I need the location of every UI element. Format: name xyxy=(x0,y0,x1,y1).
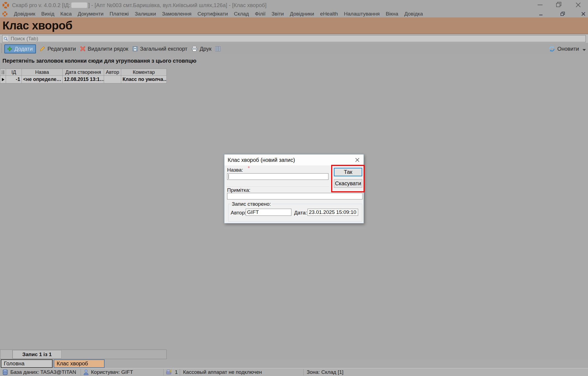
column-chooser-button[interactable] xyxy=(213,45,223,53)
print-button-label: Друк xyxy=(200,46,211,52)
ok-button-label: Так xyxy=(344,169,352,175)
created-groupbox: Запис створено: Автор: Дата: xyxy=(228,204,362,222)
dialog-close-button[interactable] xyxy=(353,156,361,164)
row-indicator-cell xyxy=(0,76,6,83)
required-asterisk: * xyxy=(248,165,250,171)
ok-button[interactable]: Так xyxy=(334,168,362,176)
cash-count-label: 1 xyxy=(175,369,178,375)
record-navigator-buttons[interactable] xyxy=(0,350,13,359)
red-x-icon xyxy=(80,46,86,52)
window-title-suffix: ] - [Апт №003 смт.Баришівка, вул.Київськ… xyxy=(88,2,267,8)
print-button[interactable]: Друк xyxy=(189,45,213,53)
refresh-button-label: Оновити xyxy=(557,46,579,52)
toolbar-grip[interactable] xyxy=(1,44,3,53)
new-record-dialog: Клас хвороб (новий запис) Назва: * Примі… xyxy=(224,154,364,223)
mdi-close-button[interactable] xyxy=(580,11,587,17)
cell-comment[interactable]: Класс по умолча… xyxy=(121,76,167,83)
column-header-id[interactable]: ІД xyxy=(6,69,22,76)
page-title: Клас хвороб xyxy=(2,19,72,32)
menu-platezhi[interactable]: Платежі xyxy=(106,11,132,17)
statusbar-zone: Зона: Склад [1] xyxy=(307,368,343,376)
plus-icon xyxy=(7,46,13,52)
cell-created[interactable]: 12.08.2015 13:1… xyxy=(63,76,104,83)
statusbar-separator xyxy=(180,369,180,375)
statusbar-cash-status: Кассовый аппарат не подключен xyxy=(183,368,262,376)
statusbar: База даних: TASA3@TITAN Користувач: GIFT… xyxy=(0,368,588,376)
cancel-button-label: Скасувати xyxy=(335,180,361,187)
note-field[interactable] xyxy=(227,193,362,199)
menu-kasa[interactable]: Каса xyxy=(57,11,75,17)
window-title: Скарб pro v. 4.0.0.2 [ІД: ] - [Апт №003 … xyxy=(12,2,267,8)
tab-holovna[interactable]: Головна xyxy=(1,359,53,368)
search-box[interactable] xyxy=(2,35,586,42)
menu-dovidnyky[interactable]: Довідники xyxy=(287,11,317,17)
minimize-button[interactable] xyxy=(535,1,545,9)
menu-vikna[interactable]: Вікна xyxy=(383,11,401,17)
columns-icon xyxy=(215,46,221,52)
search-icon xyxy=(2,35,9,42)
column-header-comment[interactable]: Коментар xyxy=(121,69,167,76)
menu-filii[interactable]: Філії xyxy=(252,11,269,17)
data-grid: ІД Назва Дата створення Автор Коментар -… xyxy=(0,69,167,83)
tab-holovna-label: Головна xyxy=(4,360,25,367)
grid-header-row: ІД Назва Дата створення Автор Коментар xyxy=(0,69,167,76)
delete-row-button-label: Видалити рядок xyxy=(88,46,128,52)
search-input[interactable] xyxy=(9,35,586,42)
edit-button[interactable]: Редагувати xyxy=(38,45,78,53)
name-field[interactable] xyxy=(227,173,328,180)
menu-zamovlennia[interactable]: Замовлення xyxy=(159,11,194,17)
cash-register-icon xyxy=(166,369,173,375)
menu-ehealth[interactable]: eHealth xyxy=(317,11,341,17)
user-icon xyxy=(83,369,89,375)
menu-nalashtuvannia[interactable]: Налаштування xyxy=(341,11,383,17)
cancel-button[interactable]: Скасувати xyxy=(334,179,362,188)
menu-dovidka[interactable]: Довідка xyxy=(401,11,426,17)
export-button[interactable]: Загальний експорт xyxy=(130,45,189,53)
indicator-header-icon xyxy=(1,70,5,74)
cell-author[interactable] xyxy=(104,76,121,83)
delete-row-button[interactable]: Видалити рядок xyxy=(78,45,130,53)
close-icon xyxy=(574,1,582,9)
date-field[interactable] xyxy=(307,209,358,216)
refresh-button[interactable]: Оновити xyxy=(547,44,581,53)
dialog-titlebar[interactable]: Клас хвороб (новий запис) xyxy=(224,154,364,165)
menu-dovidnyk[interactable]: Довідник xyxy=(11,11,38,17)
menubar: Довідник Вихід Каса Документи Платежі За… xyxy=(0,10,588,17)
restore-button[interactable] xyxy=(554,1,564,9)
menu-sertyfikaty[interactable]: Сертифікати xyxy=(194,11,231,17)
cell-id[interactable]: -1 xyxy=(6,76,22,83)
menu-sklad[interactable]: Склад xyxy=(231,11,252,17)
minimize-icon xyxy=(536,1,544,9)
dialog-close-icon xyxy=(354,157,360,163)
menu-zalyshky[interactable]: Залишки xyxy=(132,11,159,17)
record-navigator: Запис 1 із 1 xyxy=(0,350,167,359)
current-row-marker-icon xyxy=(2,78,4,81)
menu-vykhid[interactable]: Вихід xyxy=(38,11,57,17)
close-button[interactable] xyxy=(573,1,583,9)
statusbar-separator xyxy=(163,369,164,375)
refresh-icon xyxy=(549,46,555,52)
table-row[interactable]: -1 <не определе… 12.08.2015 13:1… Класс … xyxy=(0,76,167,83)
mdi-close-icon xyxy=(580,11,586,17)
column-header-name[interactable]: Назва xyxy=(22,69,63,76)
column-header-author[interactable]: Автор xyxy=(104,69,121,76)
mdi-minimize-button[interactable] xyxy=(537,11,545,17)
add-button[interactable]: Додати xyxy=(4,44,36,53)
menu-zvity[interactable]: Звіти xyxy=(269,11,287,17)
record-count-label: Запис 1 із 1 xyxy=(13,350,62,359)
window-title-prefix: Скарб pro v. 4.0.0.2 [ІД: xyxy=(12,2,70,8)
mdi-restore-button[interactable] xyxy=(559,11,566,17)
menu-logo-icon xyxy=(2,11,8,17)
floppy-icon xyxy=(132,46,138,52)
cell-name[interactable]: <не определе… xyxy=(22,76,63,83)
edit-button-label: Редагувати xyxy=(47,46,76,52)
statusbar-user: Користувач: GIFT xyxy=(83,368,133,376)
tab-klas-khvorob[interactable]: Клас хвороб xyxy=(54,359,105,368)
toolbar-overflow-arrow-icon[interactable] xyxy=(583,49,586,51)
author-field[interactable] xyxy=(246,209,291,216)
menu-dokumenty[interactable]: Документи xyxy=(75,11,106,17)
column-header-created[interactable]: Дата створення xyxy=(63,69,104,76)
created-group-label: Запис створено: xyxy=(231,201,272,207)
pencil-icon xyxy=(39,46,45,52)
group-by-hint: Перетягніть заголовок колонки сюди для у… xyxy=(2,58,196,64)
